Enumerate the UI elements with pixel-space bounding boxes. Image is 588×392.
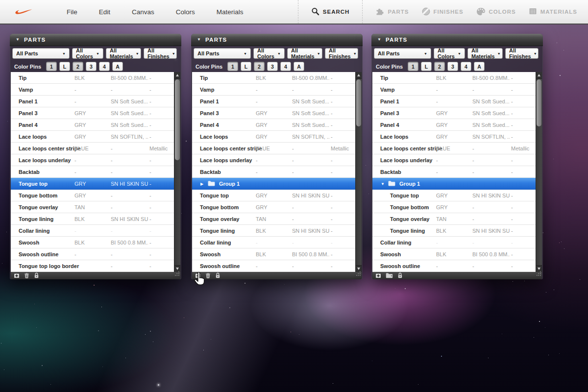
table-row[interactable]: SwooshBLKBI 500 0.8 MM...- [11,237,174,248]
filter-dropdown-all-parts[interactable]: All Parts▼ [374,48,431,59]
color-pin-a[interactable]: A [474,62,485,71]
filter-dropdown-all-finishes[interactable]: All Finishes▼ [325,48,358,59]
color-pin-4[interactable]: 4 [461,62,471,71]
menu-item-canvas[interactable]: Canvas [128,5,158,19]
table-row[interactable]: SwooshBLKBI 500 0.8 MM...- [192,248,355,260]
delete-part-button[interactable] [205,271,211,280]
table-row[interactable]: Lace loops center stripeBLUE-Metallic [11,143,174,154]
table-row[interactable]: Tongue topGRYSN HI SKIN SU...- [372,190,536,201]
table-row[interactable]: Tongue overlayTAN-- [11,201,174,213]
filter-dropdown-all-colors[interactable]: All Colors▼ [72,48,103,59]
menu-item-file[interactable]: File [63,5,81,19]
collapse-triangle-icon[interactable]: ▼ [197,37,201,42]
table-row[interactable]: Tongue overlayTAN-- [372,213,536,225]
color-pin-1[interactable]: 1 [408,62,418,71]
table-row[interactable]: TipBLKBI-500 O.8MM...- [372,72,536,84]
table-row[interactable]: Tongue topGRYSN HI SKIN SU...- [192,190,355,201]
table-row[interactable]: Lace loopsGRYSN SOFTLIN, ...- [11,131,174,143]
table-row[interactable]: Vamp--- [372,84,536,96]
table-row[interactable]: Lace loops center stripeBLUE-Metallic [192,143,355,154]
filter-dropdown-all-materials[interactable]: All Materials▼ [287,48,322,59]
table-row[interactable]: Panel 4GRYSN Soft Sued...- [372,119,536,131]
table-row[interactable]: Tongue topGRYSN HI SKIN SU...- [11,178,174,190]
collapse-triangle-icon[interactable]: ▼ [377,37,381,42]
table-row[interactable]: TipBLKBI-500 O.8MM...- [192,72,355,84]
scroll-up-button[interactable] [356,72,362,79]
menu-item-edit[interactable]: Edit [95,5,114,19]
table-row[interactable]: Collar lining--- [372,237,536,248]
table-row[interactable]: Backtab--- [372,166,536,178]
scrollbar[interactable] [536,72,542,272]
group-row[interactable]: ▶Group 1 [192,178,355,190]
scroll-up-button[interactable] [174,72,180,79]
scrollbar[interactable] [355,72,362,272]
collapse-triangle-icon[interactable]: ▼ [16,37,20,42]
panel-title-bar[interactable]: ▼PARTS [10,34,181,46]
table-row[interactable]: Vamp--- [11,84,174,96]
delete-part-button[interactable] [24,271,29,280]
table-row[interactable]: TipBLKBI-500 O.8MM...- [11,72,174,84]
color-pin-1[interactable]: 1 [46,62,57,71]
scroll-thumb[interactable] [175,79,180,160]
filter-dropdown-all-finishes[interactable]: All Finishes▼ [505,48,539,59]
color-pin-a[interactable]: A [294,62,304,71]
color-pin-1[interactable]: 1 [227,62,238,71]
table-row[interactable]: Panel 1-SN Soft Sued...- [11,96,174,107]
filter-dropdown-all-parts[interactable]: All Parts▼ [12,48,70,59]
filter-dropdown-all-finishes[interactable]: All Finishes▼ [144,48,177,59]
resize-grip[interactable] [174,270,180,278]
table-row[interactable]: Lace loopsGRYSN SOFTLIN, ...- [372,131,536,143]
tool-button-finishes[interactable]: FINISHES [422,7,464,17]
scroll-up-button[interactable] [536,72,542,79]
table-row[interactable]: Lace loopsGRYSN SOFTLIN, ...- [192,131,355,143]
table-row[interactable]: Panel 3GRYSN Soft Sued...- [192,107,355,119]
color-pin-a[interactable]: A [112,62,123,71]
filter-dropdown-all-materials[interactable]: All Materials▼ [106,48,141,59]
tool-button-colors[interactable]: COLORS [476,7,516,17]
table-row[interactable]: Lace loops underlay--- [192,154,355,166]
color-pin-3[interactable]: 3 [447,62,458,71]
lock-button[interactable] [215,271,220,280]
disclosure-closed-icon[interactable]: ▶ [200,181,203,186]
table-row[interactable]: Swoosh outline--- [11,248,174,260]
table-row[interactable]: Backtab--- [192,166,355,178]
table-row[interactable]: Panel 4GRYSN Soft Sued...- [11,119,174,131]
menu-item-colors[interactable]: Colors [172,5,199,19]
panel-title-bar[interactable]: ▼PARTS [191,34,363,46]
table-row[interactable]: Collar lining--- [192,237,355,248]
table-row[interactable]: Swoosh outline--- [372,260,536,272]
table-row[interactable]: Panel 4GRYSN Soft Sued...- [192,119,355,131]
lock-button[interactable] [34,271,39,280]
add-part-button[interactable] [375,271,381,280]
search-button[interactable]: SEARCH [298,0,363,24]
color-pin-3[interactable]: 3 [86,62,97,71]
resize-grip[interactable] [536,270,541,278]
table-row[interactable]: SwooshBLKBI 500 0.8 MM...- [372,248,536,260]
menu-item-materials[interactable]: Materials [213,5,247,19]
add-part-button[interactable] [14,271,20,280]
table-row[interactable]: Lace loops center stripeBLUE-Metallic [372,143,536,154]
table-row[interactable]: Swoosh outline--- [192,260,355,272]
table-row[interactable]: Lace loops underlay--- [372,154,536,166]
tool-button-parts[interactable]: PARTS [375,7,409,16]
filter-dropdown-all-materials[interactable]: All Materials▼ [467,48,503,59]
color-pin-l[interactable]: L [241,62,251,71]
resize-grip[interactable] [356,270,361,278]
table-row[interactable]: Tongue liningBLKSN HI SKIN SU...- [11,213,174,225]
scroll-thumb[interactable] [356,79,361,126]
scroll-thumb[interactable] [537,79,541,126]
table-row[interactable]: Lace loops underlay--- [11,154,174,166]
table-row[interactable]: Panel 1-SN Soft Sued...- [372,96,536,107]
color-pin-2[interactable]: 2 [73,62,83,71]
table-row[interactable]: Tongue liningBLKSN HI SKIN SU...- [192,225,355,237]
table-row[interactable]: Panel 1-SN Soft Sued...- [192,96,355,107]
color-pin-2[interactable]: 2 [254,62,265,71]
table-row[interactable]: Collar lining--- [11,225,174,237]
table-row[interactable]: Tongue bottomGRY-- [372,201,536,213]
table-row[interactable]: Tongue liningBLKSN HI SKIN SU...- [372,225,536,237]
filter-dropdown-all-parts[interactable]: All Parts▼ [194,48,251,59]
table-row[interactable]: Tongue bottomGRY-- [192,201,355,213]
add-part-button[interactable] [195,271,201,280]
filter-dropdown-all-colors[interactable]: All Colors▼ [253,48,285,59]
color-pin-4[interactable]: 4 [99,62,110,71]
